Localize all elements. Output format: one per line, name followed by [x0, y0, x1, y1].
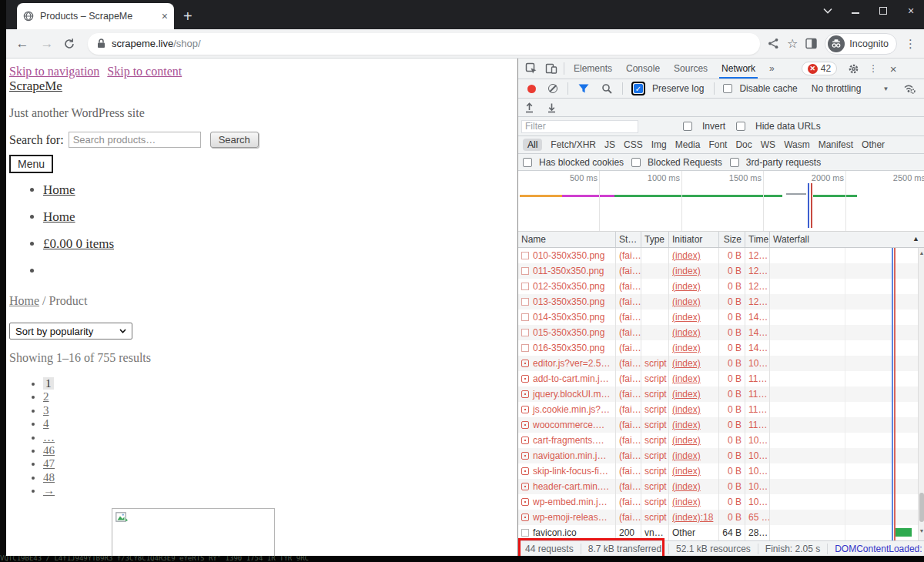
column-header-size[interactable]: Size	[719, 232, 745, 247]
menu-toggle-button[interactable]: Menu	[9, 155, 53, 173]
sort-select[interactable]: Sort by popularity	[9, 323, 132, 340]
maximize-button[interactable]	[878, 5, 889, 16]
table-row[interactable]: wp-embed.min.j…(fai…script(index)0 B10…	[518, 494, 924, 510]
devtools-tab-sources[interactable]: Sources	[667, 59, 715, 79]
address-bar[interactable]: scrapeme.live/shop/	[88, 33, 760, 55]
table-row[interactable]: 016-350x350.png(fai…(index)0 B14…	[518, 340, 924, 356]
initiator-link[interactable]: (index)	[672, 281, 701, 292]
table-row[interactable]: 011-350x350.png(fai…(index)0 B12…	[518, 263, 924, 279]
initiator-link[interactable]: (index)	[672, 312, 701, 323]
table-row[interactable]: skip-link-focus-fi…(fai…script(index)0 B…	[518, 463, 924, 479]
preserve-log-checkbox[interactable]: ✓	[631, 82, 645, 95]
page-number-link[interactable]: 48	[43, 471, 55, 483]
table-row[interactable]: wp-emoji-releas…(fai…script(index):180 B…	[518, 510, 924, 525]
table-row[interactable]: 010-350x350.png(fai…(index)0 B12…	[518, 248, 924, 263]
initiator-link[interactable]: (index)	[672, 250, 701, 261]
table-row[interactable]: header-cart.min.…(fai…script(index)0 B10…	[518, 479, 924, 494]
devtools-settings-gear-icon[interactable]	[843, 59, 863, 79]
initiator-link[interactable]: (index)	[672, 389, 701, 400]
table-row[interactable]: navigation.min.j…(fai…script(index)0 B10…	[518, 448, 924, 463]
table-row[interactable]: add-to-cart.min.j…(fai…script(index)0 B1…	[518, 371, 924, 386]
type-filter-fetchxhr[interactable]: Fetch/XHR	[551, 139, 596, 150]
scroll-up-icon[interactable]: ▲	[919, 250, 924, 256]
initiator-link[interactable]: (index)	[672, 435, 701, 446]
type-filter-other[interactable]: Other	[862, 139, 885, 150]
page-number-link[interactable]: 47	[43, 457, 55, 470]
-rd-party-requests-checkbox[interactable]	[730, 158, 739, 167]
table-row[interactable]: cart-fragments.…(fai…script(index)0 B10…	[518, 433, 924, 448]
column-header-status[interactable]: St…	[616, 232, 641, 247]
reload-button[interactable]	[63, 38, 80, 50]
table-row[interactable]: editor.js?ver=2.5…(fai…script(index)0 B1…	[518, 356, 924, 371]
column-header-type[interactable]: Type	[641, 232, 669, 247]
initiator-link[interactable]: (index)	[672, 296, 701, 307]
table-row[interactable]: 013-350x350.png(fai…(index)0 B12…	[518, 294, 924, 309]
disable-cache-checkbox[interactable]	[723, 84, 732, 93]
site-title-link[interactable]: ScrapeMe	[9, 79, 62, 93]
initiator-link[interactable]: (index)	[672, 327, 701, 338]
breadcrumb-home-link[interactable]: Home	[9, 294, 39, 307]
page-number-link[interactable]: 4	[43, 417, 49, 430]
initiator-link[interactable]: (index)	[672, 358, 701, 369]
page-number-link[interactable]: 3	[43, 404, 49, 416]
devtools-tab-network[interactable]: Network	[715, 59, 762, 79]
type-filter-ws[interactable]: WS	[761, 139, 775, 150]
record-network-log-icon[interactable]	[527, 85, 536, 93]
initiator-link[interactable]: (index)	[672, 343, 701, 353]
request-checkbox-icon[interactable]	[521, 283, 529, 290]
search-network-icon[interactable]	[597, 79, 617, 99]
column-header-initiator[interactable]: Initiator	[669, 232, 719, 247]
clear-network-log-icon[interactable]	[548, 84, 557, 93]
inspect-element-icon[interactable]	[521, 59, 541, 79]
new-tab-button[interactable]: +	[183, 8, 192, 24]
hide-data-urls-checkbox[interactable]	[736, 122, 745, 131]
scroll-down-icon[interactable]: ▼	[919, 528, 924, 534]
type-filter-css[interactable]: CSS	[624, 139, 643, 150]
request-checkbox-icon[interactable]	[521, 298, 529, 306]
table-row[interactable]: js.cookie.min.js?…(fai…script(index)0 B1…	[518, 402, 924, 417]
type-filter-font[interactable]: Font	[708, 139, 727, 150]
request-checkbox-icon[interactable]	[521, 267, 529, 275]
minimize-button[interactable]	[850, 5, 861, 16]
request-checkbox-icon[interactable]	[521, 529, 529, 537]
devtools-menu-icon[interactable]: ⋮	[863, 59, 883, 79]
filter-input[interactable]	[521, 120, 638, 133]
devtools-tab-console[interactable]: Console	[619, 59, 667, 79]
skip-to-content-link[interactable]: Skip to content	[107, 65, 182, 78]
request-checkbox-icon[interactable]	[521, 329, 529, 336]
export-har-icon[interactable]	[547, 102, 557, 113]
request-checkbox-icon[interactable]	[521, 313, 529, 321]
throttling-dropdown-arrow-icon[interactable]: ▼	[882, 85, 889, 92]
column-header-waterfall[interactable]: Waterfall	[770, 232, 919, 247]
type-filter-img[interactable]: Img	[651, 139, 667, 150]
import-har-icon[interactable]	[524, 102, 534, 113]
table-row[interactable]: 014-350x350.png(fai…(index)0 B14…	[518, 309, 924, 325]
initiator-link[interactable]: (index)	[672, 450, 701, 461]
skip-to-navigation-link[interactable]: Skip to navigation	[9, 65, 99, 78]
initiator-link[interactable]: (index):18	[672, 512, 713, 523]
type-filter-wasm[interactable]: Wasm	[784, 139, 810, 150]
page-number-link[interactable]: →	[43, 484, 55, 497]
search-button[interactable]: Search	[210, 132, 259, 148]
browser-menu-icon[interactable]: ⋮	[905, 37, 916, 51]
scrollbar-thumb[interactable]	[919, 493, 924, 522]
request-checkbox-icon[interactable]	[521, 344, 529, 352]
device-toolbar-icon[interactable]	[541, 59, 561, 79]
invert-checkbox[interactable]	[683, 122, 692, 131]
type-filter-js[interactable]: JS	[604, 139, 615, 150]
initiator-link[interactable]: (index)	[672, 373, 701, 384]
initiator-link[interactable]: (index)	[672, 481, 701, 492]
close-window-button[interactable]: ×	[906, 5, 916, 16]
initiator-link[interactable]: (index)	[672, 466, 701, 477]
page-number-link[interactable]: 46	[43, 444, 55, 457]
page-number-link[interactable]: 2	[43, 390, 49, 403]
tab-search-chevron-icon[interactable]	[822, 5, 833, 16]
share-icon[interactable]	[768, 38, 779, 49]
devtools-tab-more[interactable]: »	[762, 59, 782, 79]
forward-button[interactable]: →	[38, 36, 55, 52]
table-row[interactable]: jquery.blockUI.m…(fai…script(index)0 B11…	[518, 386, 924, 402]
table-row[interactable]: woocommerce.…(fai…script(index)0 B11…	[518, 417, 924, 433]
side-panel-icon[interactable]	[805, 38, 817, 49]
devtools-scrollbar[interactable]: ▲ ▼	[918, 248, 924, 540]
network-conditions-icon[interactable]	[899, 79, 919, 99]
